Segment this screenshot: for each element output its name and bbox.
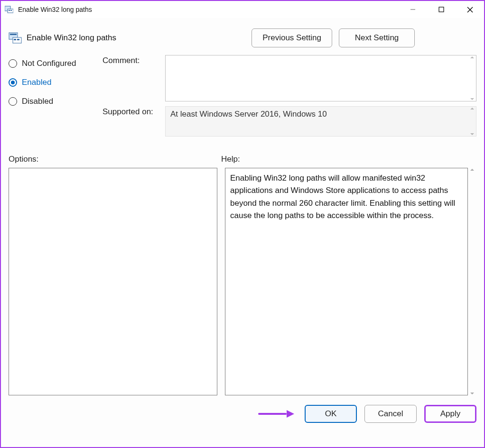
window-controls: [399, 1, 484, 18]
header-row: Enable Win32 long paths Previous Setting…: [1, 18, 484, 55]
options-section-label: Options:: [9, 155, 221, 164]
radio-disabled[interactable]: Disabled: [9, 97, 90, 106]
apply-button[interactable]: Apply: [424, 405, 476, 423]
svg-rect-2: [9, 10, 10, 11]
policy-title: Enable Win32 long paths: [27, 33, 116, 43]
previous-setting-button[interactable]: Previous Setting: [252, 28, 332, 47]
radio-icon: [9, 97, 17, 106]
spin-down-icon[interactable]: [470, 133, 474, 135]
supported-label: Supported on:: [103, 106, 165, 117]
comment-textarea[interactable]: [165, 55, 476, 101]
supported-value: At least Windows Server 2016, Windows 10: [170, 110, 327, 119]
maximize-button[interactable]: [427, 1, 456, 18]
nav-buttons: Previous Setting Next Setting: [252, 28, 476, 47]
radio-icon: [9, 78, 17, 87]
minimize-button[interactable]: [399, 1, 427, 18]
section-labels: Options: Help:: [1, 145, 484, 168]
radio-label: Enabled: [22, 78, 51, 87]
dialog-content: Enable Win32 long paths Previous Setting…: [1, 18, 484, 447]
svg-rect-9: [10, 34, 17, 35]
supported-spinner: [468, 107, 476, 136]
close-button[interactable]: [456, 1, 484, 18]
ok-button[interactable]: OK: [305, 405, 357, 423]
radio-icon: [9, 59, 17, 68]
cancel-button[interactable]: Cancel: [364, 405, 417, 423]
help-panel[interactable]: Enabling Win32 long paths will allow man…: [225, 168, 468, 395]
comment-label: Comment:: [103, 55, 165, 65]
help-outer-spinner: [468, 168, 476, 395]
fields-column: Comment: Supported on: At least Windows …: [103, 55, 476, 141]
annotation-arrow-icon: [258, 410, 294, 418]
next-setting-button[interactable]: Next Setting: [339, 28, 415, 47]
state-radiogroup: Not Configured Enabled Disabled: [9, 55, 90, 141]
spin-up-icon[interactable]: [470, 108, 474, 110]
footer-row: OK Cancel Apply: [1, 395, 484, 431]
svg-rect-5: [439, 7, 444, 12]
comment-spinner: [468, 55, 476, 101]
spin-up-icon[interactable]: [470, 56, 474, 58]
minimize-icon: [410, 7, 416, 12]
radio-not-configured[interactable]: Not Configured: [9, 59, 90, 68]
radio-enabled[interactable]: Enabled: [9, 78, 90, 87]
maximize-icon: [438, 7, 444, 12]
svg-rect-11: [14, 39, 16, 40]
radio-label: Not Configured: [22, 59, 76, 68]
policy-icon: [9, 31, 22, 45]
spin-down-icon[interactable]: [470, 98, 474, 100]
spin-down-icon[interactable]: [470, 393, 474, 394]
window-title: Enable Win32 long paths: [18, 6, 92, 13]
policy-editor-window: Enable Win32 long paths: [0, 0, 485, 448]
config-area: Not Configured Enabled Disabled Comment:: [1, 55, 484, 145]
options-panel[interactable]: [9, 168, 217, 395]
panels-row: Enabling Win32 long paths will allow man…: [1, 168, 484, 395]
help-section-label: Help:: [221, 155, 476, 164]
radio-label: Disabled: [22, 97, 53, 106]
help-text: Enabling Win32 long paths will allow man…: [230, 174, 455, 220]
help-panel-wrap: Enabling Win32 long paths will allow man…: [225, 168, 476, 395]
comment-field-row: Comment:: [103, 55, 476, 101]
app-icon: [5, 5, 13, 14]
close-icon: [467, 7, 473, 13]
spin-up-icon[interactable]: [470, 169, 474, 171]
svg-rect-3: [10, 10, 12, 11]
titlebar: Enable Win32 long paths: [1, 1, 484, 18]
svg-rect-12: [17, 39, 19, 40]
supported-field-row: Supported on: At least Windows Server 20…: [103, 106, 476, 137]
supported-on-box: At least Windows Server 2016, Windows 10: [165, 106, 476, 137]
